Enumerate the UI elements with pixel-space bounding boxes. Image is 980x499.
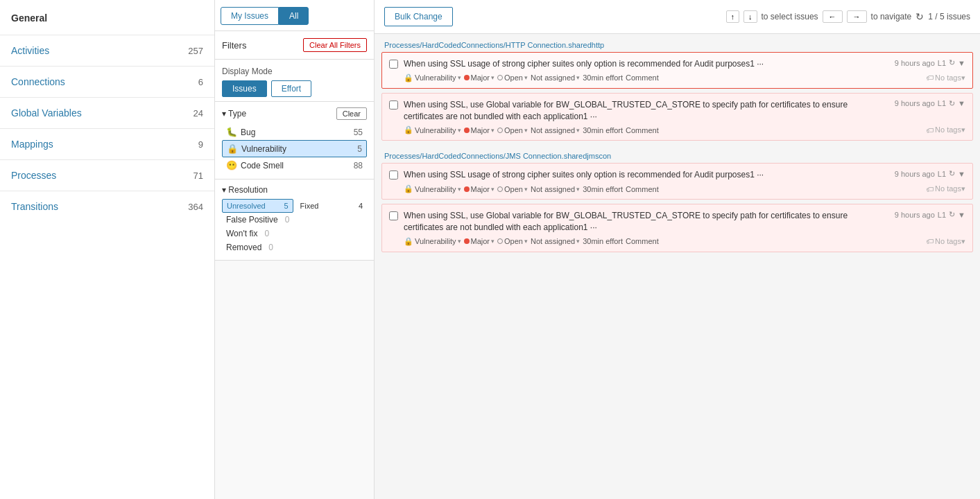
issue-checkbox[interactable] [389,60,398,69]
type-filter-header: ▾ Type Clear [222,107,367,120]
tag-chip[interactable]: 30min effort [583,126,623,134]
resolution-chip-unresolved[interactable]: Unresolved 5 [222,199,293,213]
type-filter-item-bug[interactable]: 🐛 Bug 55 [222,124,367,140]
refresh-icon[interactable]: ↻ [915,11,924,22]
sidebar-item-global-variables[interactable]: Global Variables 24 [0,97,214,128]
resolution-item-name: Won't fix [226,229,257,238]
nav-next-button[interactable]: → [847,10,867,23]
sidebar-item-activities[interactable]: Activities 257 [0,35,214,66]
tag-chip[interactable]: Comment [626,73,659,82]
tag-chip[interactable]: 🔒Vulnerability ▾ [404,237,461,246]
sidebar-item-connections[interactable]: Connections 6 [0,66,214,97]
tag-chip[interactable]: Major ▾ [464,126,495,134]
sidebar-item-mappings[interactable]: Mappings 9 [0,128,214,159]
filter-tabs-bar: My Issues All [215,0,374,31]
tag-chip[interactable]: Comment [626,237,659,245]
nav-up-button[interactable]: ↑ [726,10,740,23]
dropdown-arrow-icon: ▾ [458,238,461,245]
filter-icon[interactable]: ▼ [958,59,965,67]
resolution-item-count: 0 [264,229,269,238]
sidebar-item-transitions[interactable]: Transitions 364 [0,191,214,222]
tag-label: Vulnerability [415,185,456,193]
display-mode-section: Display Mode Issues Effort [215,60,374,102]
path-label-1[interactable]: Processes/HardCodedConnections/JMS Conne… [381,145,973,163]
nav-down-button[interactable]: ↓ [743,10,757,23]
sidebar-item-label: Global Variables [11,107,82,119]
filter-icon[interactable]: ▼ [958,211,965,219]
type-filter-item-code-smell[interactable]: 😶 Code Smell 88 [222,157,367,173]
refresh-icon[interactable]: ↻ [949,169,955,178]
issue-body: When using SSL usage of strong cipher su… [404,169,965,193]
issue-title: When using SSL usage of strong cipher su… [404,169,888,181]
dropdown-arrow-icon: ▾ [458,127,461,134]
tag-chip[interactable]: Open ▾ [497,126,528,134]
tag-chip[interactable]: Open ▾ [497,237,528,245]
tag-chip[interactable]: Open ▾ [497,73,528,82]
issue-title-row: When using SSL usage of strong cipher su… [404,169,965,181]
tag-chip[interactable]: 🔒Vulnerability ▾ [404,125,461,134]
refresh-icon[interactable]: ↻ [949,99,955,108]
tag-chip[interactable]: Comment [626,126,659,134]
sidebar-item-processes[interactable]: Processes 71 [0,159,214,191]
tag-chip[interactable]: Not assigned ▾ [531,237,580,245]
tag-chip[interactable]: 🔒Vulnerability ▾ [404,73,461,82]
pagination-text: 1 / 5 issues [928,12,970,21]
sidebar-item-label: Mappings [11,139,53,150]
filter-icon[interactable]: ▼ [958,99,965,107]
issue-title: When using SSL, use Global variable for … [404,210,888,234]
issue-checkbox[interactable] [389,170,398,180]
filter-item-left: 🐛 Bug [226,127,255,137]
tag-chip[interactable]: Not assigned ▾ [531,126,580,134]
tab-my-issues[interactable]: My Issues [221,7,279,25]
filter-type-icon: 🐛 [226,127,237,137]
resolution-chip-fixed[interactable]: Fixed 4 [296,199,368,213]
tag-chip[interactable]: 30min effort [583,73,623,82]
resolution-filter-title: ▾ Resolution [222,185,268,195]
red-dot-icon [464,186,470,192]
display-mode-issues[interactable]: Issues [222,80,267,97]
tag-chip[interactable]: 🔒Vulnerability ▾ [404,184,461,193]
filter-icon[interactable]: ▼ [958,170,965,178]
type-filter-title: ▾ Type [222,109,246,119]
type-clear-button[interactable]: Clear [336,107,367,120]
resolution-item-removed[interactable]: Removed 0 [222,240,367,254]
dropdown-arrow-icon: ▾ [576,186,580,193]
display-mode-effort[interactable]: Effort [271,80,311,97]
tab-all[interactable]: All [279,7,309,25]
issue-body: When using SSL, use Global variable for … [404,210,965,246]
sidebar-item-count: 257 [188,46,203,56]
tag-icon: 🏷 [926,237,934,245]
path-label-0[interactable]: Processes/HardCodedConnections/HTTP Conn… [381,34,973,52]
issue-checkbox[interactable] [389,211,398,220]
issue-title-row: When using SSL, use Global variable for … [404,210,965,234]
sidebar-item-count: 71 [194,170,203,181]
resolution-item-false-positive[interactable]: False Positive 0 [222,213,367,227]
issue-body: When using SSL usage of strong cipher su… [404,58,965,82]
filter-panel: My Issues All Filters Clear All Filters … [215,0,375,499]
tag-chip[interactable]: 30min effort [583,185,623,193]
resolution-filter-section: ▾ Resolution Unresolved 5 Fixed 4 False … [215,180,374,261]
filter-type-icon: 🔒 [227,143,238,154]
tag-chip[interactable]: Major ▾ [464,237,495,245]
tag-chip[interactable]: Not assigned ▾ [531,185,580,193]
tag-label: Comment [626,237,659,245]
tag-chip[interactable]: Major ▾ [464,185,495,193]
resolution-item-count: 0 [285,215,290,225]
sidebar-title: General [0,7,214,35]
tag-chip[interactable]: Comment [626,185,659,193]
dropdown-arrow-icon: ▾ [491,127,495,134]
resolution-item-won-t-fix[interactable]: Won't fix 0 [222,227,367,240]
refresh-icon[interactable]: ↻ [949,58,955,67]
clear-all-filters-button[interactable]: Clear All Filters [303,38,367,52]
tag-chip[interactable]: Major ▾ [464,73,495,82]
tag-chip[interactable]: Not assigned ▾ [531,73,580,82]
refresh-icon[interactable]: ↻ [949,210,955,219]
issue-checkbox[interactable] [389,100,398,110]
tag-chip[interactable]: Open ▾ [497,185,528,193]
type-filter-item-vulnerability[interactable]: 🔒 Vulnerability 5 [222,140,367,157]
issue-tags-row: 🔒Vulnerability ▾Major ▾Open ▾Not assigne… [404,73,965,82]
issue-tags-row: 🔒Vulnerability ▾Major ▾Open ▾Not assigne… [404,125,965,134]
bulk-change-button[interactable]: Bulk Change [384,7,453,26]
nav-prev-button[interactable]: ← [823,10,843,23]
tag-chip[interactable]: 30min effort [583,237,623,245]
